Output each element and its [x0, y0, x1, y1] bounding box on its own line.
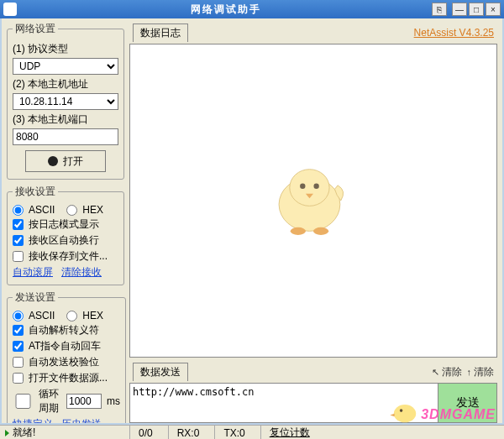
- log-tab[interactable]: 数据日志: [133, 24, 188, 42]
- network-settings-group: 网络设置 (1) 协议类型 UDP (2) 本地主机地址 10.28.11.14…: [7, 22, 124, 180]
- status-seg1: 0/0: [129, 426, 161, 439]
- network-settings-legend: 网络设置: [13, 22, 58, 36]
- send-hex-radio[interactable]: [66, 311, 77, 321]
- svg-point-1: [290, 170, 329, 206]
- send-cycle-input[interactable]: [66, 394, 102, 409]
- recv-autoscroll-link[interactable]: 自动滚屏: [13, 265, 53, 280]
- status-seg2: RX:0: [168, 426, 208, 439]
- mascot-icon: [267, 159, 360, 243]
- send-settings-group: 发送设置 ASCII HEX 自动解析转义符 AT指令自动回车 自动发送校验位 …: [7, 290, 126, 423]
- svg-point-2: [300, 184, 305, 189]
- send-atreturn-check[interactable]: [13, 341, 24, 352]
- host-label: (2) 本地主机地址: [13, 77, 118, 91]
- pin-button[interactable]: ⎘: [432, 3, 447, 16]
- recv-ascii-radio[interactable]: [13, 205, 24, 216]
- log-textarea[interactable]: [129, 44, 497, 358]
- send-openfile-check[interactable]: [13, 373, 24, 384]
- status-dot-icon: [48, 156, 58, 166]
- ready-icon: [5, 430, 9, 436]
- send-checksum-check[interactable]: [13, 357, 24, 368]
- send-settings-legend: 发送设置: [13, 290, 58, 305]
- status-bar: 就绪! 0/0 RX:0 TX:0 复位计数: [0, 425, 504, 439]
- titlebar: 网络调试助手 ⎘ — □ ×: [0, 0, 504, 18]
- recv-hex-radio[interactable]: [66, 205, 77, 216]
- clear-up-button[interactable]: ↑清除: [467, 365, 495, 379]
- status-reset[interactable]: 复位计数: [260, 426, 318, 439]
- close-button[interactable]: ×: [486, 3, 501, 16]
- send-history-link[interactable]: 历史发送: [61, 417, 102, 423]
- send-tab[interactable]: 数据发送: [133, 363, 188, 381]
- recv-clear-link[interactable]: 清除接收: [61, 265, 102, 280]
- receive-settings-legend: 接收设置: [13, 185, 58, 199]
- minimize-button[interactable]: —: [452, 3, 467, 16]
- protocol-select[interactable]: UDP: [13, 58, 118, 75]
- send-escape-check[interactable]: [13, 325, 24, 336]
- send-cycle-check[interactable]: [13, 394, 34, 409]
- app-icon: [3, 3, 17, 16]
- svg-point-3: [313, 184, 318, 189]
- status-seg3: TX:0: [214, 426, 253, 439]
- right-panel: 数据日志 NetAssist V4.3.25 数据发送 ↖清除 ↑清除: [129, 18, 502, 423]
- host-select[interactable]: 10.28.11.14: [13, 93, 118, 110]
- window-title: 网络调试助手: [22, 3, 430, 17]
- left-panel: 网络设置 (1) 协议类型 UDP (2) 本地主机地址 10.28.11.14…: [2, 18, 129, 423]
- receive-settings-group: 接收设置 ASCII HEX 按日志模式显示 接收区自动换行 接收保存到文件..…: [7, 185, 124, 285]
- port-input[interactable]: [13, 128, 118, 145]
- maximize-button[interactable]: □: [469, 3, 484, 16]
- version-link[interactable]: NetAssist V4.3.25: [414, 27, 494, 39]
- recv-wrap-check[interactable]: [13, 235, 24, 246]
- recv-logmode-check[interactable]: [13, 219, 24, 230]
- svg-point-5: [313, 227, 328, 235]
- recv-savefile-check[interactable]: [13, 251, 24, 262]
- send-shortcut-link[interactable]: 快捷定义: [13, 417, 53, 423]
- send-button[interactable]: 发送: [438, 384, 496, 422]
- protocol-label: (1) 协议类型: [13, 42, 118, 56]
- status-ready: 就绪!: [13, 426, 35, 439]
- send-ascii-radio[interactable]: [13, 311, 24, 321]
- open-button-label: 打开: [63, 154, 83, 169]
- svg-point-4: [291, 227, 306, 235]
- clear-left-button[interactable]: ↖清除: [432, 365, 462, 379]
- port-label: (3) 本地主机端口: [13, 112, 118, 127]
- open-button[interactable]: 打开: [25, 150, 106, 172]
- send-textarea[interactable]: http://www.cmsoft.cn: [130, 384, 438, 422]
